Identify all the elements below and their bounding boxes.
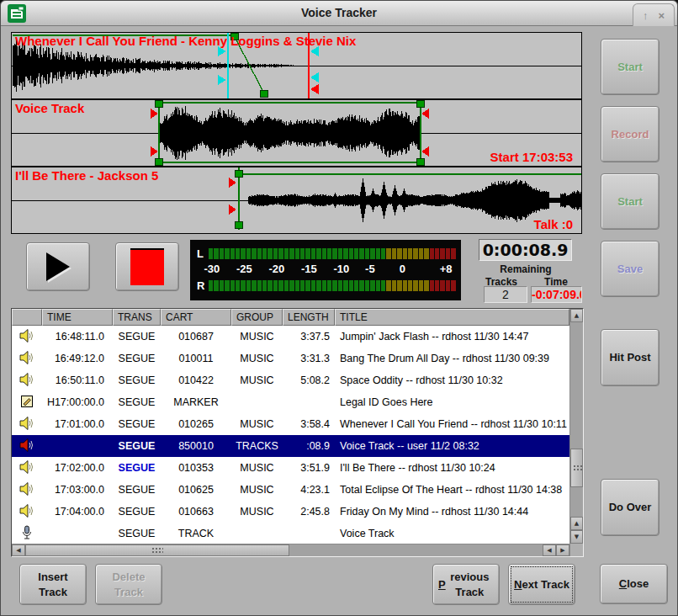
meter-segment xyxy=(241,280,245,291)
meter-scale-label: +8 xyxy=(440,263,453,275)
meter-segment xyxy=(225,280,229,291)
table-row[interactable]: 16:50:11.0SEGUE010422MUSIC5:08.2Space Od… xyxy=(12,369,569,391)
meter-segment xyxy=(403,248,407,259)
table-row[interactable]: 17:02:00.0SEGUE010353MUSIC3:51.9I'll Be … xyxy=(12,457,569,479)
meter-segment xyxy=(284,248,289,259)
meter-segment xyxy=(365,248,369,259)
meter-segment xyxy=(220,248,224,259)
meter-segment xyxy=(230,248,235,259)
record-button[interactable]: Record xyxy=(601,106,659,162)
table-row[interactable]: SEGUETRACKVoice Track xyxy=(12,523,569,544)
meter-segment xyxy=(381,248,385,259)
waveform-track-2[interactable]: Voice Track Start 17:03:53 xyxy=(11,99,582,167)
meter-segment xyxy=(322,280,326,291)
waveform-track-3[interactable]: I'll Be There - Jackson 5 Talk :0 xyxy=(11,167,582,234)
save-button[interactable]: Save xyxy=(601,241,659,297)
cell-len: 4:23.1 xyxy=(283,484,335,496)
start-next-button[interactable]: Start xyxy=(601,173,659,230)
previous-track-button[interactable]: Previous Track xyxy=(432,564,500,605)
table-row[interactable]: 17:03:00.0SEGUE010625MUSIC4:23.1Total Ec… xyxy=(12,479,569,501)
meter-scale-label: -15 xyxy=(301,263,317,275)
scrollbar-corner xyxy=(570,544,583,556)
meter-segment xyxy=(236,280,240,291)
meter-segment xyxy=(225,248,229,259)
play-button[interactable] xyxy=(26,242,90,291)
delete-track-button[interactable]: Delete Track xyxy=(95,564,162,605)
hit-post-button[interactable]: Hit Post xyxy=(601,329,659,386)
meter-segment xyxy=(257,280,262,291)
h-scroll-trough[interactable] xyxy=(289,544,543,556)
track3-title: I'll Be There - Jackson 5 xyxy=(15,168,158,183)
titlebar[interactable]: Voice Tracker ↑ × xyxy=(1,1,677,26)
meter-segment xyxy=(413,248,417,259)
meter-segment xyxy=(397,280,401,291)
note-icon xyxy=(12,395,42,411)
scroll-left2-icon[interactable]: ◀ xyxy=(543,544,556,556)
cell-time: 16:50:11.0 xyxy=(42,374,113,386)
speaker-icon xyxy=(12,329,42,345)
meter-segment xyxy=(359,248,363,259)
column-header-icon[interactable] xyxy=(12,309,42,326)
meter-segment xyxy=(273,248,278,259)
stop-button[interactable] xyxy=(115,242,179,291)
stop-icon xyxy=(130,248,164,285)
cell-title: Bang The Drum All Day -- rdhost 11/30 09… xyxy=(335,353,569,364)
cell-len: 3:58.4 xyxy=(283,418,335,430)
meter-segment xyxy=(295,248,299,259)
v-scroll-trough[interactable] xyxy=(570,322,583,517)
column-header-length[interactable]: LENGTH xyxy=(283,309,335,326)
next-track-button[interactable]: Next Track xyxy=(508,564,575,605)
cell-title: I'll Be There -- rdhost 11/30 10:24 xyxy=(335,462,569,474)
meter-segment xyxy=(392,248,396,259)
scroll-down-icon[interactable]: ▼ xyxy=(570,530,583,544)
table-row[interactable]: 16:48:11.0SEGUE010687MUSIC3:37.5Jumpin' … xyxy=(12,326,569,348)
scroll-right-icon[interactable]: ▶ xyxy=(556,544,569,556)
waveform-track-1[interactable]: Whenever I Call You Friend - Kenny Loggi… xyxy=(11,32,582,99)
meter-segment xyxy=(338,280,342,291)
scroll-up2-icon[interactable]: ▲ xyxy=(570,517,583,530)
vertical-scrollbar[interactable]: ▲ ▲ ▼ xyxy=(570,309,583,544)
left-meter-bar xyxy=(209,248,456,259)
meter-segment xyxy=(289,248,294,259)
table-row[interactable]: SEGUE850010TRACKS:08.9Voice Track -- use… xyxy=(12,435,569,457)
horizontal-scrollbar[interactable]: ◀ ◀ ▶ xyxy=(12,544,569,556)
audio-meter-panel: L -30-25-20-15-10-50+8 R xyxy=(190,240,461,300)
meter-segment xyxy=(273,280,278,291)
shade-window-icon[interactable]: ↑ xyxy=(643,10,649,21)
column-header-group[interactable]: GROUP xyxy=(231,309,283,326)
table-row[interactable]: 16:49:12.0SEGUE010011MUSIC3:31.3Bang The… xyxy=(12,348,569,369)
column-header-trans[interactable]: TRANS xyxy=(113,309,161,326)
table-row[interactable]: 17:04:00.0SEGUE010663MUSIC2:45.8Friday O… xyxy=(12,501,569,523)
cell-len: 3:51.9 xyxy=(283,462,335,474)
close-button[interactable]: Close xyxy=(600,564,668,604)
cell-title: Space Oddity -- rdhost 11/30 10:32 xyxy=(335,374,569,386)
meter-segment xyxy=(408,248,412,259)
insert-track-button[interactable]: Insert Track xyxy=(19,564,87,605)
scroll-up-icon[interactable]: ▲ xyxy=(570,309,583,322)
meter-segment xyxy=(392,280,396,291)
meter-segment xyxy=(252,248,256,259)
meter-segment xyxy=(403,280,407,291)
meter-segment xyxy=(424,248,428,259)
close-window-icon[interactable]: × xyxy=(658,10,665,21)
table-row[interactable]: 17:01:00.0SEGUE010265MUSIC3:58.4Whenever… xyxy=(12,413,569,435)
cell-cart: 010265 xyxy=(161,418,231,430)
cell-trans: SEGUE xyxy=(113,396,161,408)
scroll-left-icon[interactable]: ◀ xyxy=(12,544,25,556)
remaining-tracks-value: 2 xyxy=(484,286,527,303)
meter-segment xyxy=(214,280,218,291)
meter-segment xyxy=(220,280,224,291)
column-header-time[interactable]: TIME xyxy=(42,309,113,326)
start-segue-button[interactable]: Start xyxy=(601,39,659,95)
cell-len: 5:08.2 xyxy=(283,374,335,386)
do-over-button[interactable]: Do Over xyxy=(601,479,659,536)
cell-cart: 010353 xyxy=(161,462,231,474)
v-scroll-thumb[interactable] xyxy=(570,449,583,487)
column-header-title[interactable]: TITLE xyxy=(335,309,569,326)
meter-segment xyxy=(278,248,283,259)
table-row[interactable]: H17:00:00.0SEGUEMARKERLegal ID Goes Here xyxy=(12,391,569,413)
h-scroll-thumb[interactable] xyxy=(25,544,289,556)
meter-segment xyxy=(257,248,262,259)
column-header-cart[interactable]: CART xyxy=(161,309,231,326)
meter-segment xyxy=(236,248,240,259)
